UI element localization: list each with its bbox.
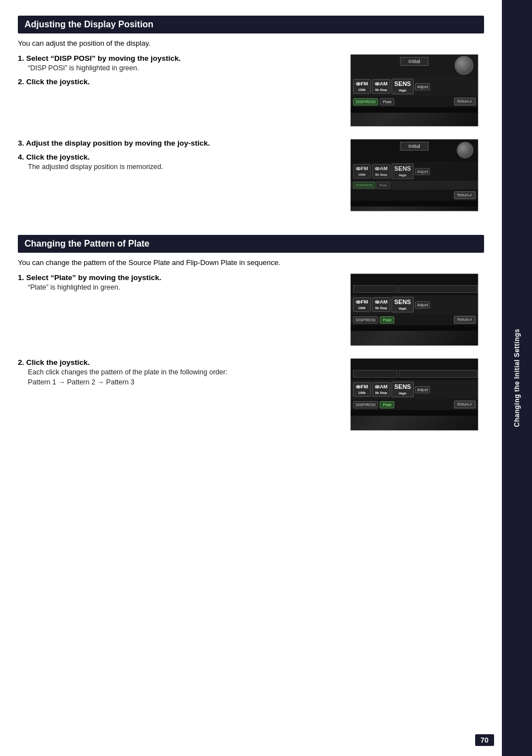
buttons-row-1: ↂFM 100k ↂAM 9k Step SENS High [351,77,478,96]
am-label-2: AM [380,166,388,171]
knob-icon-1 [454,56,473,75]
sens-label-1: SENS [394,80,411,87]
plate-btn-1: Plate [380,98,394,105]
screenshot-plate-step2: ↂFM 100k ↂAM 9k Step SENS High [350,358,478,431]
9k-label-1: 9k Step [375,88,387,92]
section2-header: Changing the Pattern of Plate [18,235,484,253]
step2-title: Click the joystick. [18,78,350,86]
plate-disp-btn-2: DISP/ROSI [353,401,378,408]
fm-label-2: FM [361,166,368,171]
fm-btn-1: ↂFM 100k [353,79,371,94]
initial-label-2: Initial [400,142,428,151]
section1-steps-34: Adjust the display position by moving th… [18,139,350,171]
section2-steps-1: Select “Plate” by moving the joystick. “… [18,273,350,291]
plate-bottom-row-1: DISP/ROSI Plate Return↲ [351,314,478,325]
high-label-2: High [399,174,406,177]
step-s2-1-title: Select “Plate” by moving the joystick. [18,273,350,282]
pattern-sequence: Pattern 1 → Pattern 2 → Pattern 3 [28,378,350,386]
sens-btn-1: SENS High [391,79,414,94]
plate-dark-area-4 [399,370,478,378]
section1-header: Adjusting the Display Position [18,16,484,33]
plate-dark-band-1 [351,325,478,331]
section2-steps-2: Click the joystick. Each click changes t… [18,358,350,386]
step-3: Adjust the display position by moving th… [18,139,350,147]
section1-title: Adjusting the Display Position [25,20,153,29]
sidebar: Changing the Initial Settings [502,0,532,756]
plate-return-btn-2: Return↲ [454,401,476,408]
plate-disp-btn-1: DISP/ROSI [353,316,378,324]
screenshot-disp-step2: Initial ↂFM 100k ↂAM 9k Step [350,139,478,211]
step1-title: Select “DISP POSI” by moving the joystic… [18,54,350,62]
step-2: Click the joystick. [18,78,350,86]
sidebar-label: Changing the Initial Settings [513,329,521,427]
100k-label-2: 100k [358,173,365,176]
step-s2-2-sub: Each click changes the pattern of the pl… [28,368,350,376]
am-btn-1: ↂAM 9k Step [372,79,390,94]
sens-btn-2: SENS High [391,163,414,179]
section-gap-1 [18,218,484,235]
am-label-1: AM [380,81,388,86]
bottom-row-1: DISP/ROSI Plate Return↲ [351,96,478,107]
buttons-row-2: ↂFM 100k ↂAM 9k Step SENS High [351,162,478,181]
adjust-btn-1: Adjust [415,83,430,90]
shifted-plate: Plate [376,182,390,189]
adjust-btn-2: Adjust [415,168,430,175]
plate-am-btn-1: ↂAM 9k Step [372,297,390,312]
dark-band-1 [351,107,478,113]
section1-steps: Select “DISP POSI” by moving the joystic… [18,54,350,86]
plate-plate-btn-1: Plate [380,316,394,324]
shifted-row: DISP/ROSI Plate [351,181,478,190]
step-s2-2-title: Click the joystick. [18,358,350,367]
screen-top-1: Initial [351,55,478,77]
step4-sub: The adjusted display position is memoriz… [28,163,350,171]
plate-fm-btn-2: ↂFM 100k [353,382,371,397]
step3-title: Adjust the display position by moving th… [18,139,350,147]
9k-label-2: 9k Step [375,173,387,176]
section1-intro: You can adjust the position of the displ… [18,39,484,47]
plate-screen-top-2 [351,359,478,380]
plate-dark-band-2 [351,410,478,416]
step-s2-1: Select “Plate” by moving the joystick. “… [18,273,350,291]
screenshot-plate-step1: ↂFM 100k ↂAM 9k Step SENS High [350,273,478,346]
step4-title: Click the joystick. [18,153,350,161]
am-btn-2: ↂAM 9k Step [372,164,390,179]
plate-dark-area-2 [399,285,478,293]
100k-label-1: 100k [358,88,365,92]
section2-intro: You can change the pattern of the Source… [18,258,484,267]
plate-buttons-row-1: ↂFM 100k ↂAM 9k Step SENS High [351,295,478,314]
step-s2-2: Click the joystick. Each click changes t… [18,358,350,386]
disp-rosi-btn-1: DISP/ROSI [353,98,378,105]
step1-sub: “DISP POSI” is highlighted in green. [28,64,350,72]
plate-dark-area-1 [353,285,398,293]
section2-title: Changing the Pattern of Plate [25,239,149,248]
fm-btn-2: ↂFM 100k [353,164,371,179]
knob-icon-2 [457,142,473,158]
page-number: 70 [475,734,494,746]
plate-fm-btn-1: ↂFM 100k [353,297,371,312]
plate-am-btn-2: ↂAM 9k Step [372,382,390,397]
return-btn-1: Return↲ [454,98,476,105]
fm-label-1: FM [361,81,368,86]
high-label-1: High [399,89,406,92]
plate-sens-btn-2: SENS High [391,382,414,397]
bottom-row-2: Return↲ [351,190,478,201]
dark-band-2 [351,201,478,206]
plate-bottom-row-2: DISP/ROSI Plate Return↲ [351,399,478,410]
return-btn-2: Return↲ [454,191,476,199]
plate-plate-btn-2: Plate [380,401,394,408]
plate-buttons-row-2: ↂFM 100k ↂAM 9k Step SENS High [351,380,478,399]
plate-adjust-btn-2: Adjust [415,386,430,393]
step-s2-1-sub: “Plate” is highlighted in green. [28,283,350,291]
plate-dark-area-3 [353,370,398,378]
initial-label-1: Initial [400,57,428,66]
shifted-disp: DISP/ROSI [353,182,375,189]
screen-top-2: Initial [351,139,478,162]
screenshot-disp-step1: Initial ↂFM 100k ↂAM 9k Step [350,54,478,127]
step-1: Select “DISP POSI” by moving the joystic… [18,54,350,72]
plate-adjust-btn-1: Adjust [415,301,430,309]
plate-screen-top-1 [351,274,478,295]
plate-return-btn-1: Return↲ [454,316,476,324]
sens-label-2: SENS [394,165,411,172]
plate-sens-btn-1: SENS High [391,297,414,312]
step-4: Click the joystick. The adjusted display… [18,153,350,171]
